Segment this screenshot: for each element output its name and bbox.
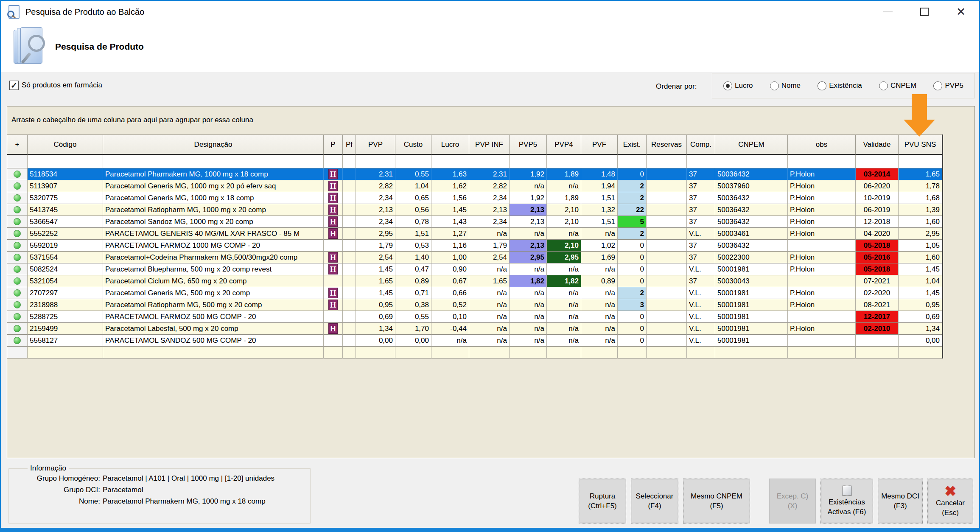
cell-pvp5[interactable]: 2,13: [510, 204, 547, 216]
cell-icon[interactable]: [7, 311, 28, 323]
cell-obs[interactable]: P.Holon: [788, 263, 856, 275]
cell-pvp[interactable]: 2,34: [356, 216, 395, 228]
cell-validade[interactable]: 07-2021: [856, 275, 899, 287]
cell-pvp_inf[interactable]: 1,65: [469, 275, 510, 287]
cell-validade[interactable]: 02-2010: [856, 323, 899, 335]
cell-custo[interactable]: 0,78: [395, 216, 431, 228]
cell-comp[interactable]: 37: [687, 275, 715, 287]
cell-pvp5[interactable]: n/a: [510, 311, 547, 323]
cell-p[interactable]: [324, 240, 343, 252]
cell-pvp_inf[interactable]: n/a: [469, 311, 510, 323]
cell-codigo[interactable]: 5118534: [28, 168, 103, 180]
cell-exist[interactable]: 0: [618, 240, 647, 252]
cell-pvp5[interactable]: n/a: [510, 335, 547, 347]
cell-designacao[interactable]: PARACETAMOL FARMOZ 500 MG COMP - 20: [103, 311, 324, 323]
cell-pf[interactable]: [343, 311, 356, 323]
cell-icon[interactable]: [7, 216, 28, 228]
cell-codigo[interactable]: 5082524: [28, 263, 103, 275]
cell-reservas[interactable]: [647, 204, 687, 216]
cell-validade[interactable]: 05-2018: [856, 263, 899, 275]
table-row[interactable]: 5413745Paracetamol Ratiopharm MG, 1000 m…: [7, 204, 942, 216]
cell-exist[interactable]: 0: [618, 323, 647, 335]
cell-icon[interactable]: [7, 252, 28, 263]
cell-obs[interactable]: P.Holon: [788, 228, 856, 240]
cell-pvp[interactable]: 0,69: [356, 311, 395, 323]
cell-pvp[interactable]: 1,79: [356, 240, 395, 252]
cell-codigo[interactable]: 5320775: [28, 192, 103, 204]
cell-exist[interactable]: 2: [618, 180, 647, 192]
cell-pf[interactable]: [343, 287, 356, 299]
cell-pvp4[interactable]: n/a: [547, 299, 581, 311]
cell-exist[interactable]: 0: [618, 275, 647, 287]
cell-pvp_inf[interactable]: 2,31: [469, 168, 510, 180]
table-row[interactable]: 2318988Paracetamol Ratiopharm MG, 500 mg…: [7, 299, 942, 311]
cell-icon[interactable]: [7, 180, 28, 192]
column-header-cnpem[interactable]: CNPEM: [715, 134, 788, 155]
cell-cnpem[interactable]: 50036432: [715, 216, 788, 228]
cell-comp[interactable]: V.L.: [687, 263, 715, 275]
cell-cnpem[interactable]: 50022300: [715, 252, 788, 263]
cell-icon[interactable]: [7, 335, 28, 347]
cell-designacao[interactable]: PARACETAMOL GENERIS 40 MG/ML XAR FRASCO …: [103, 228, 324, 240]
cell-lucro[interactable]: 1,62: [431, 180, 469, 192]
column-header-pvp5[interactable]: PVP5: [510, 134, 547, 155]
cell-obs[interactable]: P.Holon: [788, 204, 856, 216]
cell-pvp5[interactable]: 1,92: [510, 168, 547, 180]
cell-pvp_inf[interactable]: n/a: [469, 335, 510, 347]
cell-pf[interactable]: [343, 335, 356, 347]
cell-icon[interactable]: [7, 204, 28, 216]
cell-p[interactable]: H: [324, 228, 343, 240]
cell-cnpem[interactable]: 50036432: [715, 168, 788, 180]
cell-pvp4[interactable]: n/a: [547, 311, 581, 323]
cell-pvu_sns[interactable]: 1,34: [899, 323, 942, 335]
column-header-exist[interactable]: Exist.: [618, 134, 647, 155]
cell-pvp_inf[interactable]: n/a: [469, 287, 510, 299]
cell-pvp5[interactable]: 1,82: [510, 275, 547, 287]
cell-icon[interactable]: [7, 323, 28, 335]
cell-lucro[interactable]: 1,56: [431, 192, 469, 204]
cell-pvp[interactable]: 2,13: [356, 204, 395, 216]
cell-pvu_sns[interactable]: 0,95: [899, 299, 942, 311]
cell-comp[interactable]: 37: [687, 252, 715, 263]
cell-pvp[interactable]: 1,34: [356, 323, 395, 335]
cell-pvp5[interactable]: 1,92: [510, 192, 547, 204]
cell-lucro[interactable]: 0,90: [431, 263, 469, 275]
mesmo-cnpem-button[interactable]: Mesmo CNPEM(F5): [683, 479, 750, 524]
cell-cnpem[interactable]: 50001981: [715, 299, 788, 311]
group-by-hint[interactable]: Arraste o cabeçalho de uma coluna para a…: [11, 116, 253, 124]
cell-designacao[interactable]: Paracetamol Bluepharma, 500 mg x 20 comp…: [103, 263, 324, 275]
cell-pvu_sns[interactable]: 1,68: [899, 192, 942, 204]
cell-pvf[interactable]: 1,69: [581, 252, 618, 263]
order-radio-nome[interactable]: Nome: [770, 81, 801, 90]
cell-pvu_sns[interactable]: 0,00: [899, 335, 942, 347]
cell-p[interactable]: H: [324, 168, 343, 180]
cell-reservas[interactable]: [647, 252, 687, 263]
cell-pvf[interactable]: 1,48: [581, 168, 618, 180]
cell-pvp4[interactable]: 2,95: [547, 252, 581, 263]
cell-obs[interactable]: [788, 275, 856, 287]
order-radio-pvp5[interactable]: PVP5: [933, 81, 963, 90]
cell-codigo[interactable]: 2707297: [28, 287, 103, 299]
cell-pvp4[interactable]: 1,89: [547, 192, 581, 204]
cell-pvp_inf[interactable]: 2,34: [469, 216, 510, 228]
cell-comp[interactable]: 37: [687, 180, 715, 192]
existencias-activas-button[interactable]: ExistênciasActivas (F6): [820, 479, 873, 524]
cell-lucro[interactable]: 0,10: [431, 311, 469, 323]
cell-pvp5[interactable]: 2,13: [510, 216, 547, 228]
column-header-custo[interactable]: Custo: [395, 134, 431, 155]
cell-comp[interactable]: 37: [687, 192, 715, 204]
cell-pvu_sns[interactable]: 1,45: [899, 287, 942, 299]
column-header-designacao[interactable]: Designação: [103, 134, 324, 155]
cell-pf[interactable]: [343, 299, 356, 311]
cell-custo[interactable]: 0,56: [395, 204, 431, 216]
table-row[interactable]: 5320775Paracetamol Generis MG, 1000 mg x…: [7, 192, 942, 204]
column-header-pvp_inf[interactable]: PVP INF: [469, 134, 510, 155]
cell-pvp_inf[interactable]: n/a: [469, 323, 510, 335]
cell-codigo[interactable]: 5371554: [28, 252, 103, 263]
cell-custo[interactable]: 0,55: [395, 311, 431, 323]
cell-codigo[interactable]: 5321054: [28, 275, 103, 287]
cell-pvp4[interactable]: n/a: [547, 263, 581, 275]
cell-cnpem[interactable]: 50036432: [715, 240, 788, 252]
cell-pf[interactable]: [343, 252, 356, 263]
order-radio-existência[interactable]: Existência: [818, 81, 862, 90]
